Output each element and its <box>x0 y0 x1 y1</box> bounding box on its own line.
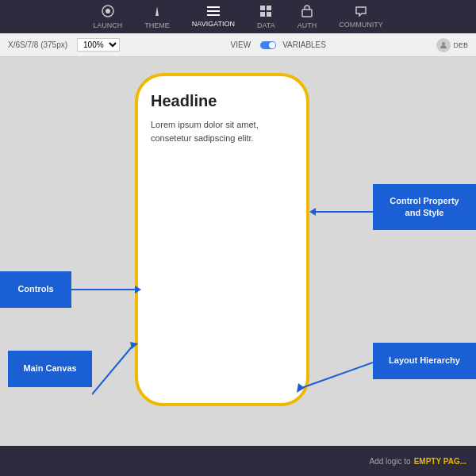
nav-item-launch[interactable]: LAUNCH <box>93 5 122 29</box>
avatar <box>436 38 451 52</box>
svg-point-1 <box>106 9 110 13</box>
phone-headline: Headline <box>151 92 294 110</box>
svg-line-18 <box>301 363 373 388</box>
view-toggle[interactable] <box>260 41 276 49</box>
canvas-area: Headline Lorem ipsum dolor sit amet, con… <box>0 57 476 446</box>
empty-page-link[interactable]: EMPTY PAG... <box>414 457 466 466</box>
phone-mockup: Headline Lorem ipsum dolor sit amet, con… <box>135 73 309 406</box>
svg-marker-17 <box>309 208 316 216</box>
nav-item-community[interactable]: COMMUNITY <box>339 6 383 29</box>
nav-item-auth[interactable]: AUTH <box>298 5 317 29</box>
phone-body-text: Lorem ipsum dolor sit amet, consetetur s… <box>151 118 294 144</box>
nav-item-data[interactable]: DATA <box>257 5 275 29</box>
view-label: VIEW <box>231 40 251 49</box>
resolution-label: X/6S/7/8 (375px) <box>8 40 67 49</box>
deb-button[interactable]: DEB <box>436 38 468 52</box>
svg-marker-2 <box>155 6 159 16</box>
toggle-indicator <box>260 41 276 49</box>
svg-rect-3 <box>207 6 220 8</box>
layout-hierarchy-annotation[interactable]: Layout Hierarchy <box>373 343 476 379</box>
svg-rect-9 <box>267 12 271 17</box>
theme-icon <box>151 5 163 20</box>
bottom-bar: Add logic to EMPTY PAG... <box>0 446 476 476</box>
svg-rect-7 <box>267 6 271 10</box>
top-navigation: LAUNCH THEME NAVIGATION DATA AUTH COMMUN… <box>0 0 476 33</box>
svg-point-11 <box>442 42 445 45</box>
controls-annotation[interactable]: Controls <box>0 271 71 308</box>
toolbar: X/6S/7/8 (375px) 100% 75% 50% VIEW VARIA… <box>0 33 476 57</box>
nav-item-navigation[interactable]: NAVIGATION <box>192 6 235 28</box>
svg-rect-10 <box>302 10 312 17</box>
svg-line-14 <box>92 345 133 394</box>
svg-rect-6 <box>260 6 265 10</box>
variables-label: VARIABLES <box>282 40 326 49</box>
zoom-select[interactable]: 100% 75% 50% <box>77 38 120 52</box>
svg-rect-5 <box>207 14 220 16</box>
control-property-annotation[interactable]: Control Property and Style <box>373 184 476 230</box>
data-icon <box>259 5 272 20</box>
launch-icon <box>102 5 114 20</box>
auth-icon <box>301 5 313 20</box>
navigation-icon <box>207 6 220 18</box>
add-logic-section: Add logic to EMPTY PAG... <box>369 446 476 476</box>
svg-rect-4 <box>207 10 220 12</box>
svg-rect-8 <box>260 12 265 17</box>
community-icon <box>355 6 367 19</box>
main-canvas-annotation[interactable]: Main Canvas <box>8 351 92 387</box>
nav-item-theme[interactable]: THEME <box>144 5 170 29</box>
